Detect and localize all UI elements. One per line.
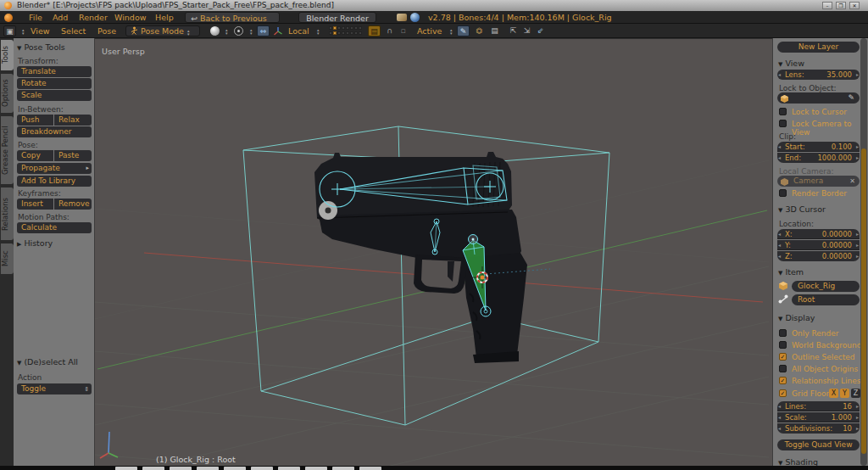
pivot-center-icon[interactable] — [234, 26, 243, 36]
new-layer-button[interactable]: New Layer — [777, 42, 860, 53]
cursor-y-field[interactable]: ◂Y:0.00000▸ — [777, 240, 860, 250]
menu-help[interactable]: Help — [155, 11, 174, 24]
translate-button[interactable]: Translate — [17, 66, 92, 77]
lock-camera-checkbox[interactable] — [779, 120, 787, 127]
lock-to-object-field[interactable]: ✎ — [777, 92, 860, 104]
copy-button[interactable]: Copy — [17, 150, 53, 161]
grid-lines-field[interactable]: ◂Lines:16▸ — [777, 401, 860, 411]
action-dropdown[interactable]: Toggle⇕ — [17, 383, 92, 394]
lock-to-cursor-label[interactable]: Lock to Cursor — [792, 108, 847, 116]
grid-subdivisions-field[interactable]: ◂Subdivisions:10▸ — [777, 423, 860, 434]
relationship-lines-label[interactable]: Relationship Lines — [792, 377, 861, 385]
view-panel-header[interactable]: ▼View — [778, 59, 804, 68]
viewport[interactable]: User Persp (1) Glock_Rig : Root — [95, 38, 772, 466]
axis-widget-icon[interactable] — [273, 26, 283, 36]
maximize-button[interactable]: ❐ — [836, 2, 846, 9]
editor-type-icon[interactable] — [4, 14, 13, 22]
menu-file[interactable]: File — [29, 11, 42, 24]
manipulator-toggle[interactable]: ⇔ — [257, 25, 270, 36]
opengl-render-image-icon[interactable]: ⏣ — [473, 25, 486, 36]
scrollbar-thumb[interactable] — [861, 148, 866, 454]
snap-magnet-icon[interactable]: ∩ — [383, 25, 396, 36]
relationship-lines-checkbox[interactable]: ✓ — [779, 377, 787, 384]
armature-layers-widget[interactable] — [329, 26, 362, 36]
menu-select[interactable]: Select — [61, 25, 86, 37]
push-button[interactable]: Push — [17, 115, 53, 126]
tab-relations[interactable]: Relations — [1, 187, 14, 240]
insert-keyframe-button[interactable]: Insert — [17, 199, 53, 210]
propagate-menu-button[interactable]: Propagate▸ — [17, 163, 92, 174]
all-object-origins-label[interactable]: All Object Origins — [792, 365, 858, 373]
snap-target-dropdown[interactable]: Active — [417, 25, 442, 37]
only-render-checkbox[interactable] — [779, 329, 787, 337]
item-panel-header[interactable]: ▼Item — [778, 267, 804, 277]
axis-y-toggle[interactable]: Y — [840, 389, 849, 398]
render-engine-dropdown[interactable]: Blender Render▴▾ — [298, 12, 376, 23]
menu-window[interactable]: Window — [114, 11, 146, 24]
render-border-checkbox[interactable] — [779, 189, 787, 197]
grid-scale-field[interactable]: ◂Scale:1.000▸ — [777, 412, 860, 422]
menu-add[interactable]: Add — [53, 11, 68, 24]
tab-grease-pencil[interactable]: Grease Pencil — [1, 116, 14, 184]
all-object-origins-checkbox[interactable] — [779, 365, 787, 372]
grid-floor-checkbox[interactable]: ✓ — [779, 389, 787, 397]
cursor-x-field[interactable]: ◂X:0.00000▸ — [777, 229, 860, 239]
mode-dropdown[interactable]: Pose Mode▴▾ — [125, 25, 200, 36]
tab-misc[interactable]: Misc — [1, 243, 14, 274]
paste-flipped-pose-icon[interactable]: ⇙ — [534, 25, 547, 36]
menu-view[interactable]: View — [31, 25, 50, 37]
outline-selected-label[interactable]: Outline Selected — [792, 353, 854, 361]
copy-pose-icon[interactable]: ⇱ — [507, 25, 520, 36]
add-to-library-button[interactable]: Add To Library — [17, 176, 92, 187]
clip-start-slider[interactable]: ◂Start:0.100▸ — [777, 142, 860, 152]
display-panel-header[interactable]: ▼Display — [778, 313, 815, 322]
scale-button[interactable]: Scale — [17, 90, 92, 101]
close-button[interactable]: ✕ — [849, 2, 860, 9]
cursor-z-field[interactable]: ◂Z:0.00000▸ — [777, 251, 860, 261]
editor-type-button[interactable]: ▣ — [3, 25, 16, 36]
outline-selected-checkbox[interactable]: ✓ — [779, 353, 787, 361]
clear-x-icon[interactable]: ✕ — [849, 176, 855, 187]
render-border-label[interactable]: Render Border — [792, 189, 847, 198]
back-to-previous-button[interactable]: ↩ Back to Previous — [185, 12, 280, 23]
viewport-canvas[interactable] — [95, 39, 772, 467]
tab-tools[interactable]: Tools — [1, 40, 14, 70]
toggle-quad-view-button[interactable]: Toggle Quad View — [777, 439, 860, 450]
history-panel-header[interactable]: ▶History — [17, 238, 53, 248]
opengl-brush-icon[interactable]: ✎ — [457, 25, 470, 36]
paste-button[interactable]: Paste — [54, 150, 92, 161]
calculate-button[interactable]: Calculate — [17, 222, 92, 233]
remove-keyframe-button[interactable]: Remove — [54, 199, 92, 210]
bone-name-field[interactable]: Root — [792, 294, 860, 305]
world-background-label[interactable]: World Background — [792, 341, 861, 350]
axis-x-toggle[interactable]: X — [829, 389, 838, 398]
panel-scrollbar[interactable] — [860, 38, 867, 466]
lock-camera-label[interactable]: Lock Camera to View — [792, 120, 868, 137]
menu-render[interactable]: Render — [79, 11, 108, 24]
opengl-render-anim-icon[interactable]: ▤ — [488, 25, 501, 36]
local-camera-field[interactable]: Camera ✕ — [777, 176, 860, 187]
pose-tools-panel-header[interactable]: ▼Pose Tools — [17, 42, 65, 52]
tab-options[interactable]: Options — [1, 74, 14, 113]
breakdowner-button[interactable]: Breakdowner — [17, 126, 92, 137]
relax-button[interactable]: Relax — [54, 115, 92, 126]
snap-element-icon[interactable]: ▫ — [397, 25, 409, 36]
viewport-shading-icon[interactable] — [210, 26, 220, 36]
lens-slider[interactable]: ◂Lens:35.000▸ — [777, 70, 860, 80]
paste-pose-icon[interactable]: ⇲ — [520, 25, 533, 36]
menu-pose[interactable]: Pose — [97, 25, 116, 37]
pistol-mesh[interactable] — [314, 152, 527, 363]
rotate-button[interactable]: Rotate — [17, 78, 92, 89]
only-render-label[interactable]: Only Render — [792, 329, 839, 338]
axis-z-toggle[interactable]: Z — [851, 389, 860, 398]
lock-to-scene-icon[interactable]: ▤ — [368, 25, 381, 36]
minimize-button[interactable]: – — [822, 2, 832, 9]
cursor-panel-header[interactable]: ▼3D Cursor — [778, 204, 826, 214]
object-name-field[interactable]: Glock_Rig — [792, 281, 860, 292]
operator-panel-header[interactable]: ▼(De)select All — [17, 357, 78, 366]
eyedropper-icon[interactable]: ✎ — [848, 92, 854, 104]
clip-end-slider[interactable]: ◂End:1000.000▸ — [777, 153, 860, 163]
world-background-checkbox[interactable] — [779, 341, 787, 349]
lock-to-cursor-checkbox[interactable] — [779, 108, 787, 115]
grid-floor-label[interactable]: Grid Floor — [792, 389, 829, 398]
